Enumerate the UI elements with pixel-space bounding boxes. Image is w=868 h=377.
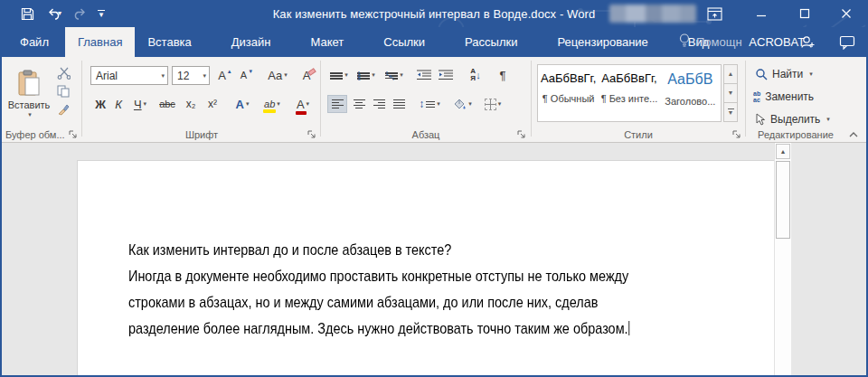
vertical-scrollbar[interactable]: ▲ <box>774 143 791 375</box>
sort-arrow: ↓ <box>476 70 481 80</box>
font-name-dropdown-arrow[interactable]: ▾ <box>161 72 165 80</box>
change-case-button[interactable]: Аа ▾ <box>264 65 291 85</box>
tab-mailings[interactable]: Рассылки <box>452 27 530 57</box>
paste-dropdown-arrow[interactable]: ▾ <box>28 111 32 118</box>
find-button[interactable]: Найти ▾ <box>755 68 813 80</box>
font-dialog-launcher[interactable] <box>307 130 316 139</box>
maximize-button[interactable] <box>790 0 819 27</box>
font-size-combobox[interactable]: 12 ▾ <box>172 66 210 85</box>
tab-references[interactable]: Ссылки <box>371 27 438 57</box>
styles-scroll-up-button[interactable]: ▲ <box>723 64 738 84</box>
align-left-button[interactable] <box>327 95 347 113</box>
show-hide-marks-button[interactable]: ¶ <box>494 65 512 85</box>
borders-button[interactable]: ▾ <box>479 95 506 113</box>
style-normal[interactable]: АаБбВвГг, ¶ Обычный <box>538 65 599 121</box>
strikethrough-button[interactable]: abc <box>156 95 179 113</box>
align-left-icon <box>332 99 344 108</box>
bold-button[interactable]: Ж <box>92 95 108 113</box>
bold-label: Ж <box>95 98 106 111</box>
line-spacing-button[interactable]: ↕ ▾ <box>416 95 443 113</box>
editing-group-label: Редактирование <box>746 129 845 140</box>
underline-label: Ч <box>134 98 142 111</box>
cut-button[interactable] <box>54 65 72 81</box>
doc-line-4[interactable]: разделение более наглядным. Здесь нужно … <box>128 316 629 342</box>
replace-label: Заменить <box>765 90 814 103</box>
font-size-dropdown-arrow[interactable]: ▾ <box>203 72 206 80</box>
italic-button[interactable]: К <box>110 95 127 113</box>
ribbon-display-options-button[interactable] <box>700 0 729 27</box>
document-text: Как изменить интервал до и после абзацев… <box>128 237 718 342</box>
font-name-value: Arial <box>96 70 118 82</box>
font-color-dropdown-arrow[interactable]: ▾ <box>307 100 310 108</box>
tab-home[interactable]: Главная <box>65 27 135 57</box>
tell-me-assistant[interactable]: Помощн <box>678 27 742 57</box>
tab-review[interactable]: Рецензирование <box>544 27 660 57</box>
borders-grid-icon <box>485 99 496 110</box>
doc-line-2[interactable]: Иногда в документе необходимо проставить… <box>128 263 629 289</box>
subscript-button[interactable]: x₂ <box>181 95 201 113</box>
format-painter-button[interactable] <box>54 101 72 118</box>
replace-button[interactable]: abac Заменить <box>753 90 814 103</box>
lightbulb-icon <box>678 33 691 52</box>
shrink-font-arrow-icon: ▼ <box>248 69 253 74</box>
clear-formatting-button[interactable]: А <box>298 65 320 85</box>
shrink-font-button[interactable]: А ▼ <box>237 65 257 85</box>
style-no-spacing[interactable]: АаБбВвГг, ¶ Без инте... <box>599 65 659 121</box>
find-label: Найти <box>772 68 803 80</box>
copy-button[interactable] <box>54 83 72 99</box>
paste-button[interactable]: Вставить ▾ <box>7 62 51 126</box>
document-page[interactable]: Как изменить интервал до и после абзацев… <box>77 160 781 375</box>
bullets-button[interactable]: ▾ <box>327 66 351 84</box>
style-heading1[interactable]: АаБбВ Заголово... <box>660 65 721 121</box>
doc-line-3[interactable]: строками в абзацах, но и между самими аб… <box>128 289 629 316</box>
justify-button[interactable] <box>389 95 409 113</box>
minimize-button[interactable] <box>747 0 776 27</box>
scrollbar-thumb[interactable] <box>776 161 790 239</box>
doc-line-1[interactable]: Как изменить интервал до и после абзацев… <box>128 237 629 263</box>
styles-dialog-launcher[interactable] <box>732 130 741 139</box>
tab-layout[interactable]: Макет <box>297 27 356 57</box>
text-effects-dropdown-arrow[interactable]: ▾ <box>246 100 250 108</box>
shading-button[interactable]: ▾ <box>448 95 476 113</box>
share-icon[interactable] <box>799 27 816 57</box>
shading-dropdown-arrow[interactable]: ▾ <box>468 100 472 108</box>
tab-design[interactable]: Дизайн <box>219 27 284 57</box>
tab-file[interactable]: Файл <box>7 27 61 57</box>
numbering-button[interactable]: 1 2 3 ▾ <box>354 66 378 84</box>
highlight-color-swatch <box>263 109 276 113</box>
multilevel-dropdown-arrow[interactable]: ▾ <box>400 71 403 79</box>
select-button[interactable]: Выделить ▾ <box>755 113 830 126</box>
highlight-dropdown-arrow[interactable]: ▾ <box>277 100 280 108</box>
tab-insert[interactable]: Вставка <box>135 27 203 57</box>
sort-button[interactable]: АЯ ↓ <box>465 64 486 86</box>
select-dropdown-arrow[interactable]: ▾ <box>826 116 830 123</box>
clipboard-icon <box>17 70 41 97</box>
grow-font-button[interactable]: А ▲ <box>215 65 235 85</box>
find-dropdown-arrow[interactable]: ▾ <box>809 71 813 78</box>
bullets-dropdown-arrow[interactable]: ▾ <box>344 71 348 79</box>
styles-more-button[interactable]: ▼ <box>723 103 738 122</box>
borders-dropdown-arrow[interactable]: ▾ <box>498 100 502 108</box>
font-name-combobox[interactable]: Arial ▾ <box>90 66 168 85</box>
paragraph-dialog-launcher[interactable] <box>517 130 526 139</box>
close-button[interactable] <box>832 0 861 27</box>
multilevel-list-button[interactable]: 1 a i ▾ <box>382 66 407 84</box>
scroll-up-button[interactable]: ▲ <box>776 144 790 159</box>
styles-scroll-down-button[interactable]: ▼ <box>723 84 738 103</box>
align-center-button[interactable] <box>349 95 369 113</box>
increase-indent-button[interactable] <box>436 66 456 84</box>
numbering-dropdown-arrow[interactable]: ▾ <box>372 71 375 79</box>
comments-icon[interactable] <box>839 27 855 57</box>
title-bar: ▾ ▾ Как изменить межстрочный интервал в … <box>2 0 866 27</box>
superscript-button[interactable]: x² <box>203 95 222 113</box>
highlight-color-button[interactable]: ab ▾ <box>259 95 286 113</box>
underline-button[interactable]: Ч ▾ <box>128 95 152 113</box>
collapse-ribbon-button[interactable] <box>846 127 861 140</box>
text-effects-button[interactable]: А ▾ <box>230 95 255 113</box>
underline-dropdown-arrow[interactable]: ▾ <box>144 100 147 108</box>
align-right-button[interactable] <box>369 95 389 113</box>
line-spacing-dropdown-arrow[interactable]: ▾ <box>437 100 440 108</box>
clipboard-dialog-launcher[interactable] <box>69 130 78 139</box>
decrease-indent-button[interactable] <box>414 66 434 84</box>
font-color-button[interactable]: А ▾ <box>289 95 316 113</box>
